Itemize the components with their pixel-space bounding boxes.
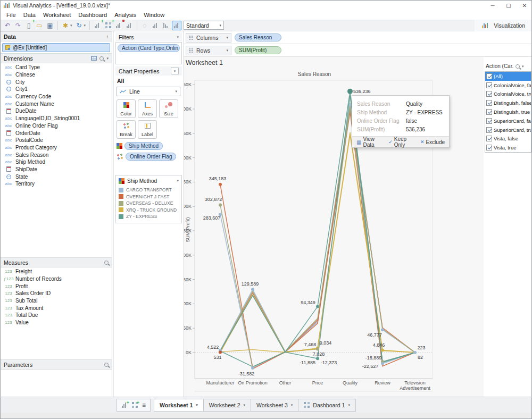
minimize-button[interactable]: ─	[485, 1, 501, 10]
color-field-pill[interactable]: Ship Method	[124, 142, 163, 150]
dimension-item[interactable]: abcLanguageID,ID_String0001	[1, 115, 112, 122]
dimension-item[interactable]: DueDate	[1, 107, 112, 115]
rows-pill-sum-profit[interactable]: SUM(Profit)	[235, 46, 281, 54]
dimension-item[interactable]: abcCurrency Code	[1, 93, 112, 100]
dimension-item[interactable]: abcChinese	[1, 71, 112, 79]
dimension-item[interactable]: City	[1, 78, 112, 86]
small-chart-icon[interactable]	[124, 21, 134, 30]
checkbox[interactable]	[486, 73, 492, 79]
dimension-item[interactable]: ShipDate	[1, 166, 112, 173]
dimension-item[interactable]: abcProduct Category	[1, 144, 112, 152]
redo-icon[interactable]: ↷	[13, 21, 23, 30]
measure-item[interactable]: 123Value	[1, 319, 112, 326]
measure-item[interactable]: 123Freight	[1, 268, 112, 275]
data-point[interactable]	[219, 204, 222, 207]
action-filter-item[interactable]: SuperiorCard, fa...	[485, 116, 531, 125]
undo-icon[interactable]: ↶	[3, 21, 12, 30]
close-button[interactable]: ✕	[517, 1, 532, 10]
checkbox[interactable]	[486, 118, 492, 124]
checkbox[interactable]	[486, 91, 492, 97]
checkbox[interactable]	[486, 109, 492, 115]
chevron-down-icon[interactable]: ▾	[106, 56, 109, 61]
data-point[interactable]	[347, 89, 353, 94]
collapse-expand-icon[interactable]: ↕	[106, 34, 109, 39]
size-button[interactable]: Size	[159, 99, 178, 118]
measure-item[interactable]: ƒ123Number of Records	[1, 275, 112, 283]
dimension-item[interactable]: City1	[1, 86, 112, 93]
maximize-button[interactable]: ▢	[501, 1, 517, 10]
new-dashboard-icon[interactable]: +	[132, 402, 138, 408]
action-filter-item[interactable]: SuperiorCard, true	[485, 125, 531, 135]
data-point[interactable]	[316, 357, 319, 360]
search-icon[interactable]	[104, 261, 109, 265]
dimension-item[interactable]: abcSales Reason	[1, 151, 112, 158]
measure-item[interactable]: 123Sales Order ID	[1, 290, 112, 297]
axes-button[interactable]: Axes	[138, 99, 157, 118]
chevron-down-icon[interactable]: ▾	[177, 179, 179, 183]
new-document-icon[interactable]: ▯+	[24, 21, 34, 30]
table-view-icon[interactable]	[91, 56, 97, 61]
dimension-item[interactable]: abcOnline Order Flag	[1, 122, 112, 130]
refresh-icon[interactable]: ↻	[74, 21, 84, 30]
tab-dashboard-1[interactable]: Dashboard 1▾	[298, 399, 356, 412]
action-filter-item[interactable]: ColonialVoice, true	[485, 90, 531, 99]
menu-file[interactable]: File	[3, 12, 20, 18]
data-point[interactable]	[381, 349, 384, 352]
chart-type-select[interactable]: Line ▾	[117, 87, 180, 96]
action-filter-item[interactable]: Vista, true	[485, 143, 531, 152]
add-crosstab-icon[interactable]: +	[103, 21, 113, 30]
format-wand-icon[interactable]: ✱	[61, 21, 70, 30]
chevron-down-icon[interactable]: ▾	[522, 64, 524, 69]
legend-item[interactable]: XRQ - TRUCK GROUND	[119, 207, 181, 214]
search-icon[interactable]	[104, 363, 109, 367]
menu-window[interactable]: Window	[140, 12, 168, 18]
data-point[interactable]	[381, 362, 384, 365]
data-point[interactable]	[381, 328, 384, 331]
columns-pill-sales-reason[interactable]: Sales Reason	[235, 33, 281, 41]
exclude-button[interactable]: ✕ Exclude	[420, 139, 445, 145]
menu-worksheet[interactable]: Worksheet	[39, 12, 74, 18]
action-filter-item[interactable]: (All)	[485, 72, 531, 81]
menu-dashboard[interactable]: Dashboard	[74, 12, 111, 18]
action-filter-item[interactable]: ColonialVoice, false	[485, 81, 531, 90]
dimension-item[interactable]: abcCustomer Name	[1, 100, 112, 107]
measure-item[interactable]: 123Total Due	[1, 312, 112, 319]
action-filter-item[interactable]: Distinguish, false	[485, 98, 531, 107]
measure-item[interactable]: 123Sub Total	[1, 297, 112, 305]
action-filter-item[interactable]: Vista, false	[485, 135, 531, 144]
add-chart-icon[interactable]: +	[93, 21, 102, 30]
data-point[interactable]	[219, 351, 222, 354]
data-point[interactable]	[316, 305, 319, 308]
sort-descending-icon[interactable]	[161, 21, 171, 30]
lasso-select-icon[interactable]: ◌	[140, 21, 149, 30]
tab-worksheet-1[interactable]: Worksheet 1▾	[154, 399, 204, 412]
action-filter-item[interactable]: Distinguish, true	[485, 107, 531, 116]
data-point[interactable]	[413, 351, 417, 354]
dimension-item[interactable]: abcShip Method	[1, 158, 112, 166]
new-worksheet-icon[interactable]: +	[121, 402, 128, 408]
rows-shelf-label[interactable]: Rows ▾	[186, 46, 231, 55]
search-icon[interactable]	[99, 56, 104, 61]
break-field-pill[interactable]: Online Order Flag	[126, 153, 176, 161]
sort-ascending-icon[interactable]	[151, 21, 160, 30]
checkbox[interactable]	[486, 127, 492, 133]
data-point[interactable]	[316, 348, 319, 351]
dimension-item[interactable]: abcCard Type	[1, 64, 112, 71]
legend-item[interactable]: OVERSEAS - DELUXE	[119, 200, 181, 207]
keep-only-button[interactable]: ✓ Keep Only	[388, 136, 415, 148]
dimension-item[interactable]: State	[1, 173, 112, 180]
checkbox[interactable]	[486, 136, 492, 141]
data-source-item[interactable]: @Ex [Untitled]	[2, 43, 110, 52]
show-labels-icon[interactable]	[172, 21, 181, 30]
checkbox[interactable]	[486, 82, 492, 88]
columns-shelf-label[interactable]: Columns ▾	[186, 33, 231, 43]
label-button[interactable]: Label	[138, 120, 157, 139]
save-icon[interactable]: ▣	[45, 21, 55, 30]
chevron-down-icon[interactable]: ▾	[177, 35, 179, 39]
legend-item[interactable]: ZY - EXPRESS	[119, 213, 181, 220]
color-button[interactable]: Color	[117, 99, 136, 118]
checkbox[interactable]	[486, 145, 492, 150]
data-point[interactable]	[251, 366, 254, 370]
legend-item[interactable]: CARGO TRANSPORT	[119, 187, 181, 194]
add-map-icon[interactable]	[114, 21, 123, 30]
